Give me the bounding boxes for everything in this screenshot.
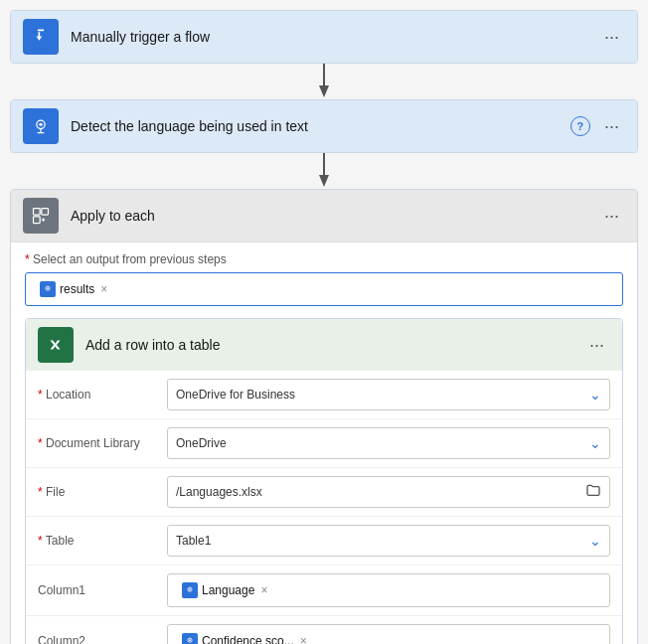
results-tag-close[interactable]: × (100, 282, 107, 296)
trigger-more-button[interactable]: ··· (598, 26, 625, 48)
results-tag-text: results (60, 282, 94, 296)
detect-more-button[interactable]: ··· (598, 115, 625, 137)
svg-rect-8 (42, 209, 49, 216)
svg-point-11 (47, 287, 49, 289)
svg-rect-9 (34, 217, 41, 224)
doc-library-label: Document Library (38, 436, 167, 450)
trigger-title: Manually trigger a flow (71, 29, 598, 45)
column2-row: Column2 Confidence sco... (26, 616, 622, 644)
apply-icon (23, 198, 59, 234)
apply-title: Apply to each (71, 208, 598, 224)
svg-marker-6 (319, 175, 329, 187)
results-tag: results × (34, 279, 113, 299)
add-row-title: Add a row into a table (85, 337, 583, 353)
column1-row: Column1 Language × (26, 565, 622, 616)
flow-canvas: Manually trigger a flow ··· Det (10, 10, 638, 644)
confidence-tag-icon (182, 633, 198, 644)
detect-header: Detect the language being used in text ?… (11, 100, 637, 152)
detect-icon (23, 108, 59, 144)
add-row-card: Add a row into a table ··· Location OneD… (25, 318, 623, 644)
add-row-actions: ··· (583, 334, 610, 356)
detect-step: Detect the language being used in text ?… (10, 99, 638, 153)
svg-point-4 (40, 123, 43, 126)
table-row: Table Table1 ⌄ (26, 517, 622, 565)
table-chevron: ⌄ (589, 533, 601, 549)
svg-point-16 (189, 639, 191, 641)
location-chevron: ⌄ (589, 387, 601, 402)
table-label: Table (38, 534, 167, 548)
arrow-2 (316, 153, 332, 189)
apply-header: Apply to each ··· (11, 190, 637, 242)
svg-rect-0 (38, 30, 45, 32)
trigger-icon (23, 19, 59, 55)
select-output-input[interactable]: results × (25, 272, 623, 306)
trigger-header: Manually trigger a flow ··· (11, 11, 637, 63)
file-row: File /Languages.xlsx (26, 468, 622, 517)
language-tag-close[interactable]: × (260, 583, 267, 597)
column2-input[interactable]: Confidence sco... × (167, 624, 610, 644)
file-label: File (38, 485, 167, 499)
location-value: OneDrive for Business (176, 388, 295, 402)
language-tag: Language × (176, 580, 273, 600)
column1-label: Column1 (38, 583, 167, 597)
doc-library-chevron: ⌄ (589, 435, 601, 451)
language-tag-text: Language (202, 583, 254, 597)
doc-library-value: OneDrive (176, 436, 227, 450)
column2-label: Column2 (38, 634, 167, 644)
confidence-tag-text: Confidence sco... (202, 634, 294, 644)
location-dropdown[interactable]: OneDrive for Business ⌄ (167, 379, 610, 410)
add-row-body: Location OneDrive for Business ⌄ Documen… (26, 371, 622, 644)
svg-marker-2 (319, 85, 329, 97)
file-value: /Languages.xlsx (176, 485, 262, 499)
file-input[interactable]: /Languages.xlsx (167, 476, 610, 508)
excel-icon (38, 327, 74, 363)
apply-more-button[interactable]: ··· (598, 205, 625, 227)
arrow-1 (316, 64, 332, 99)
apply-each-card: Apply to each ··· Select an output from … (10, 189, 638, 644)
add-row-header: Add a row into a table ··· (26, 319, 622, 371)
detect-actions: ? ··· (570, 115, 625, 137)
select-output-label: Select an output from previous steps (25, 252, 623, 266)
trigger-actions: ··· (598, 26, 625, 48)
language-tag-icon (182, 582, 198, 598)
svg-point-14 (189, 588, 191, 590)
confidence-tag-close[interactable]: × (300, 634, 307, 644)
location-label: Location (38, 388, 167, 402)
detect-title: Detect the language being used in text (71, 118, 570, 134)
svg-rect-7 (34, 209, 41, 216)
help-icon[interactable]: ? (570, 116, 590, 136)
doc-library-row: Document Library OneDrive ⌄ (26, 419, 622, 468)
confidence-tag: Confidence sco... × (176, 631, 313, 644)
doc-library-dropdown[interactable]: OneDrive ⌄ (167, 427, 610, 459)
add-row-more-button[interactable]: ··· (583, 334, 610, 356)
table-dropdown[interactable]: Table1 ⌄ (167, 525, 610, 557)
table-value: Table1 (176, 534, 211, 548)
results-tag-icon (40, 281, 56, 297)
location-row: Location OneDrive for Business ⌄ (26, 371, 622, 419)
folder-icon (585, 482, 601, 502)
apply-actions: ··· (598, 205, 625, 227)
column1-input[interactable]: Language × (167, 573, 610, 607)
apply-body: Select an output from previous steps res… (11, 242, 637, 644)
trigger-step: Manually trigger a flow ··· (10, 10, 638, 64)
